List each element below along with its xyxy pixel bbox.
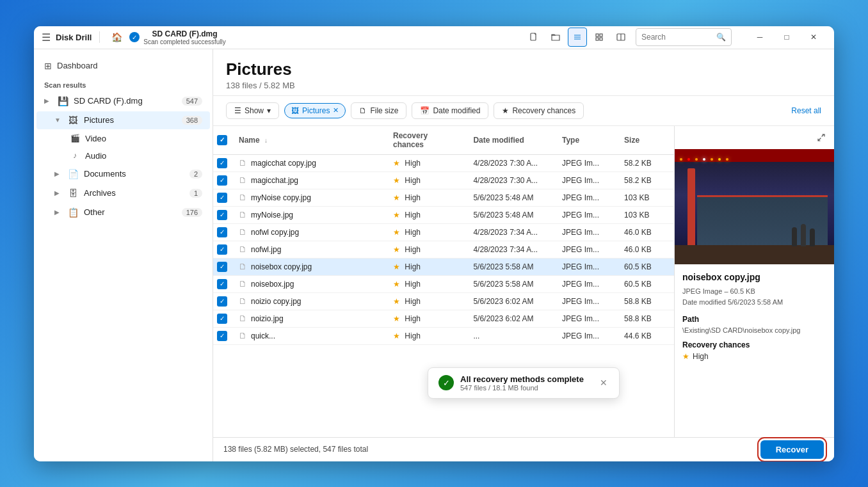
scan-results-header: Scan results <box>34 75 213 92</box>
table-row[interactable]: ✓ 🗋 magicchat.jpg ★ High 4/28/2023 7:30 … <box>213 172 674 189</box>
row-checkbox[interactable]: ✓ <box>217 175 227 186</box>
row-checkbox-cell[interactable]: ✓ <box>213 292 231 310</box>
row-checkbox-cell[interactable]: ✓ <box>213 154 231 172</box>
home-button[interactable]: 🏠 <box>108 28 125 46</box>
row-checkbox[interactable]: ✓ <box>217 331 227 341</box>
sidebar-item-archives[interactable]: ▶ 🗄 Archives 1 <box>36 184 210 202</box>
row-checkbox[interactable]: ✓ <box>217 158 227 168</box>
folder-icon[interactable] <box>546 28 565 47</box>
recovery-value: High <box>405 211 421 220</box>
sidebar-item-documents[interactable]: ▶ 📄 Documents 2 <box>36 165 210 183</box>
col-header-checkbox[interactable]: ✓ <box>213 126 231 155</box>
col-header-size[interactable]: Size <box>616 126 674 155</box>
table-row[interactable]: ✓ 🗋 magicchat copy.jpg ★ High 4/28/2023 … <box>213 154 674 172</box>
row-checkbox-cell[interactable]: ✓ <box>213 189 231 206</box>
datemod-filter-button[interactable]: 📅 Date modified <box>412 102 488 119</box>
col-header-type[interactable]: Type <box>554 126 616 155</box>
recovery-value: High <box>405 176 421 185</box>
list-view-icon[interactable] <box>568 28 587 47</box>
menu-icon[interactable]: ☰ <box>42 31 51 44</box>
table-row[interactable]: ✓ 🗋 noisebox.jpg ★ High 5/6/2023 5:58 AM… <box>213 275 674 292</box>
sidebar-item-audio[interactable]: ♪ Audio <box>36 148 210 164</box>
toast-close-button[interactable]: ✕ <box>599 376 609 389</box>
recover-button[interactable]: Recover <box>760 440 824 459</box>
row-size-cell: 58.2 KB <box>616 154 674 172</box>
table-row[interactable]: ✓ 🗋 myNoise copy.jpg ★ High 5/6/2023 5:4… <box>213 189 674 206</box>
row-checkbox-cell[interactable]: ✓ <box>213 206 231 223</box>
table-row[interactable]: ✓ 🗋 nofwl.jpg ★ High 4/28/2023 7:34 A...… <box>213 241 674 258</box>
row-checkbox[interactable]: ✓ <box>217 279 227 289</box>
split-view-icon[interactable] <box>611 28 631 47</box>
table-row[interactable]: ✓ 🗋 noizio.jpg ★ High 5/6/2023 6:02 AM J… <box>213 310 674 327</box>
sidebar-item-other[interactable]: ▶ 📋 Other 176 <box>36 204 210 221</box>
filesize-label: File size <box>370 106 398 115</box>
col-header-name[interactable]: Name ↓ <box>231 126 385 155</box>
status-check-icon: ✓ <box>129 32 140 42</box>
close-button[interactable]: ✕ <box>801 28 826 46</box>
pictures-chip-close[interactable]: ✕ <box>333 106 339 115</box>
table-row[interactable]: ✓ 🗋 noisebox copy.jpg ★ High 5/6/2023 5:… <box>213 258 674 275</box>
file-name: noizio copy.jpg <box>251 297 301 306</box>
preview-header <box>675 126 834 149</box>
table-row[interactable]: ✓ 🗋 myNoise.jpg ★ High 5/6/2023 5:48 AM … <box>213 206 674 223</box>
file-icon: 🗋 <box>239 227 247 237</box>
row-checkbox[interactable]: ✓ <box>217 296 227 307</box>
maximize-button[interactable]: □ <box>774 28 800 46</box>
grid-view-icon[interactable] <box>590 28 609 47</box>
row-recovery-cell: ★ High <box>385 310 465 327</box>
row-size-cell: 58.2 KB <box>616 172 674 189</box>
filesize-filter-button[interactable]: 🗋 File size <box>351 102 406 119</box>
row-checkbox-cell[interactable]: ✓ <box>213 310 231 327</box>
col-header-date[interactable]: Date modified <box>465 126 554 155</box>
row-checkbox[interactable]: ✓ <box>217 210 227 220</box>
table-row[interactable]: ✓ 🗋 nofwl copy.jpg ★ High 4/28/2023 7:34… <box>213 223 674 241</box>
sidebar-documents-label: Documents <box>84 169 184 179</box>
row-checkbox[interactable]: ✓ <box>217 193 227 203</box>
row-checkbox-cell[interactable]: ✓ <box>213 258 231 275</box>
recovery-value: High <box>405 193 421 202</box>
row-checkbox-cell[interactable]: ✓ <box>213 275 231 292</box>
device-info: SD CARD (F).dmg Scan completed successfu… <box>143 29 225 45</box>
preview-expand-button[interactable] <box>814 130 829 145</box>
page-title: Pictures <box>226 60 821 79</box>
row-name-cell: 🗋 noisebox copy.jpg <box>231 258 385 275</box>
row-checkbox-cell[interactable]: ✓ <box>213 241 231 258</box>
pictures-filter-chip[interactable]: 🖼 Pictures ✕ <box>284 103 346 118</box>
recovery-filter-button[interactable]: ★ Recovery chances <box>494 102 584 119</box>
sidebar-pictures-icon: 🖼 <box>67 115 79 125</box>
table-row[interactable]: ✓ 🗋 noizio copy.jpg ★ High 5/6/2023 6:02… <box>213 292 674 310</box>
sidebar-item-video[interactable]: 🎬 Video <box>36 131 210 147</box>
row-checkbox-cell[interactable]: ✓ <box>213 327 231 344</box>
sidebar-item-pictures[interactable]: ▼ 🖼 Pictures 368 <box>36 111 210 129</box>
status-text: 138 files (5.82 MB) selected, 547 files … <box>223 445 753 454</box>
sidebar-item-sdcard[interactable]: ▶ 💾 SD CARD (F).dmg 547 <box>36 92 210 110</box>
datemod-label: Date modified <box>433 106 480 115</box>
recovery-value: High <box>405 331 421 340</box>
row-checkbox-cell[interactable]: ✓ <box>213 172 231 189</box>
select-all-checkbox[interactable]: ✓ <box>217 135 227 145</box>
reset-all-button[interactable]: Reset all <box>791 106 821 115</box>
win-controls: ─ □ ✕ <box>747 28 826 46</box>
row-checkbox-cell[interactable]: ✓ <box>213 223 231 241</box>
row-recovery-cell: ★ High <box>385 275 465 292</box>
row-checkbox[interactable]: ✓ <box>217 244 227 255</box>
search-box[interactable]: 🔍 <box>636 28 732 46</box>
show-filter-button[interactable]: ☰ Show ▾ <box>226 102 279 119</box>
dashboard-button[interactable]: ⊞ Dashboard <box>36 57 210 75</box>
table-row[interactable]: ✓ 🗋 quick... ★ High ... JPEG Im... 44.6 … <box>213 327 674 344</box>
minimize-button[interactable]: ─ <box>747 28 773 46</box>
row-name-cell: 🗋 magicchat copy.jpg <box>231 154 385 172</box>
row-checkbox[interactable]: ✓ <box>217 227 227 237</box>
toolbar-icons <box>524 28 631 47</box>
row-size-cell: 60.5 KB <box>616 275 674 292</box>
new-file-icon[interactable] <box>524 28 543 47</box>
preview-path-title: Path <box>682 315 826 324</box>
row-checkbox[interactable]: ✓ <box>217 314 227 324</box>
sidebar-documents-icon: 📄 <box>67 169 79 179</box>
row-date-cell: 5/6/2023 6:02 AM <box>465 310 554 327</box>
search-input[interactable] <box>641 33 712 42</box>
titlebar-nav: 🏠 ✓ SD CARD (F).dmg Scan completed succe… <box>108 28 225 46</box>
star-icon: ★ <box>393 314 400 323</box>
row-checkbox[interactable]: ✓ <box>217 262 227 272</box>
col-header-recovery[interactable]: Recovery chances <box>385 126 465 155</box>
